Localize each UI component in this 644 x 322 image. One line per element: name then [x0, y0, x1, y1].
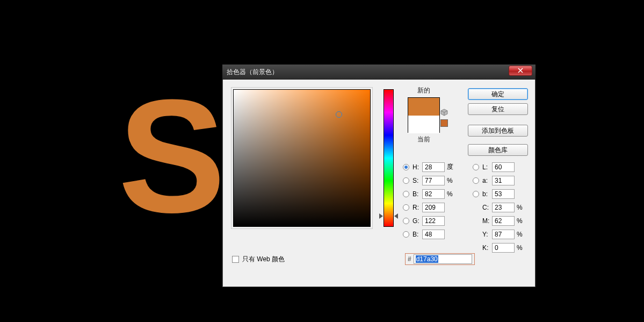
spacer — [473, 245, 479, 251]
ok-button[interactable]: 确定 — [468, 88, 528, 100]
titlebar[interactable]: 拾色器（前景色） — [222, 65, 536, 80]
input-l[interactable]: 60 — [492, 162, 515, 172]
label-l: L: — [482, 163, 492, 171]
canvas-letter: S — [118, 75, 226, 237]
input-c[interactable]: 23 — [492, 203, 515, 212]
input-m[interactable]: 62 — [492, 216, 515, 226]
close-button[interactable] — [509, 66, 532, 76]
swatch-box — [408, 97, 440, 133]
swatch-current-label: 当前 — [403, 135, 445, 144]
label-m: M: — [482, 217, 492, 225]
hue-handle-left[interactable] — [379, 213, 383, 219]
radio-bv[interactable] — [403, 191, 409, 197]
hex-input[interactable]: d17a30 — [414, 254, 472, 264]
input-lb[interactable]: 53 — [492, 189, 515, 199]
hex-hash: # — [408, 255, 411, 263]
hue-slider-wrap — [383, 89, 394, 227]
color-field[interactable] — [233, 89, 371, 227]
swatch-current-color[interactable] — [408, 116, 439, 133]
input-h[interactable]: 28 — [422, 162, 445, 172]
unit-y: % — [517, 231, 525, 238]
hex-value: d17a30 — [416, 255, 438, 263]
label-lb: b: — [482, 190, 492, 198]
cancel-button[interactable]: 复位 — [468, 103, 528, 115]
spacer — [473, 218, 479, 224]
radio-a[interactable] — [473, 177, 479, 184]
radio-g[interactable] — [403, 218, 409, 224]
unit-bv: % — [447, 190, 455, 198]
close-icon — [518, 68, 523, 73]
web-only-label: 只有 Web 颜色 — [242, 255, 285, 264]
input-r[interactable]: 209 — [422, 203, 445, 212]
label-y: Y: — [482, 231, 492, 238]
input-bv[interactable]: 82 — [422, 189, 445, 199]
radio-bb[interactable] — [403, 231, 409, 238]
label-g: G: — [413, 217, 422, 225]
color-field-cursor[interactable] — [336, 111, 342, 118]
label-r: R: — [413, 204, 422, 211]
input-bb[interactable]: 48 — [422, 230, 445, 239]
input-k[interactable]: 0 — [492, 243, 515, 253]
color-field-wrap — [233, 89, 378, 249]
unit-h: 度 — [447, 162, 455, 171]
radio-h[interactable] — [403, 164, 409, 170]
swatch-new-color[interactable] — [408, 98, 439, 116]
unit-c: % — [517, 204, 525, 211]
dialog-title: 拾色器（前景色） — [222, 68, 278, 76]
hue-handle-right[interactable] — [394, 213, 398, 219]
radio-r[interactable] — [403, 204, 409, 211]
add-to-swatches-button[interactable]: 添加到色板 — [468, 125, 528, 137]
label-a: a: — [482, 177, 492, 184]
input-a[interactable]: 31 — [492, 176, 515, 185]
dialog-body: 新的 当前 确定 复位 添加到色板 颜色库 H: 28 度 — [222, 80, 536, 287]
gamut-cube-icon[interactable] — [440, 109, 448, 116]
radio-lb[interactable] — [473, 191, 479, 197]
out-of-gamut-swatch[interactable] — [440, 119, 448, 127]
color-picker-dialog: 拾色器（前景色） 新的 当前 — [222, 64, 536, 288]
hue-slider[interactable] — [383, 89, 394, 227]
radio-l[interactable] — [473, 164, 479, 170]
unit-s: % — [447, 177, 455, 184]
value-rows: H: 28 度 L: 60 S: 77 % — [403, 160, 527, 254]
input-g[interactable]: 122 — [422, 216, 445, 226]
label-s: S: — [413, 177, 422, 184]
unit-m: % — [517, 217, 525, 225]
label-bv: B: — [413, 190, 422, 198]
swatch-area: 新的 当前 — [403, 86, 445, 146]
label-c: C: — [482, 204, 492, 211]
spacer — [473, 231, 479, 238]
input-s[interactable]: 77 — [422, 176, 445, 185]
web-only-row: 只有 Web 颜色 — [232, 255, 285, 264]
swatch-new-label: 新的 — [403, 86, 445, 95]
label-bb: B: — [413, 231, 422, 238]
hex-wrap: # d17a30 — [405, 253, 475, 265]
web-only-checkbox[interactable] — [232, 256, 239, 263]
label-h: H: — [413, 163, 422, 171]
unit-k: % — [517, 244, 525, 252]
color-libraries-button[interactable]: 颜色库 — [468, 144, 528, 156]
label-k: K: — [482, 244, 492, 252]
radio-s[interactable] — [403, 177, 409, 184]
spacer — [473, 204, 479, 211]
input-y[interactable]: 87 — [492, 230, 515, 239]
